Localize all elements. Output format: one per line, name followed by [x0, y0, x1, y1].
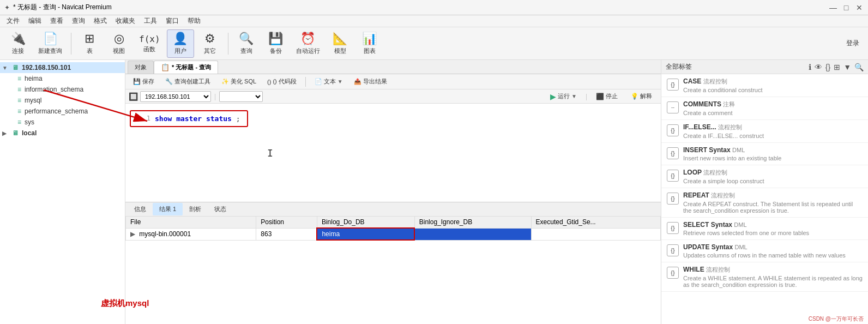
- tab-objects[interactable]: 对象: [128, 61, 154, 74]
- snippet-while-title: WHILE: [683, 266, 706, 273]
- snippet-comments-desc: Create a comment: [683, 110, 863, 116]
- code-segment-button[interactable]: () () 代码段: [263, 76, 301, 87]
- tab-result1[interactable]: 结果 1: [153, 203, 183, 215]
- explain-icon: 💡: [631, 93, 638, 100]
- toolbar-model[interactable]: 📐 模型: [327, 29, 354, 58]
- connection-bar: 🔲 192.168.150.101 | ▶ 运行 ▼ | ⬛ 停止: [125, 89, 661, 104]
- snippet-insert[interactable]: {} INSERT Syntax DML Insert new rows int…: [661, 143, 868, 165]
- remote-connection-label: 192.168.150.101: [22, 64, 71, 71]
- database-select[interactable]: [219, 91, 263, 102]
- menu-edit[interactable]: 编辑: [24, 15, 46, 27]
- snippet-insert-icon: {}: [667, 147, 679, 159]
- tab-info[interactable]: 信息: [128, 203, 153, 215]
- sidebar-connection-local[interactable]: ▶ 🖥 local: [0, 128, 125, 139]
- snippet-repeat-title: REPEAT: [683, 191, 711, 199]
- toolbar-user[interactable]: 👤 用户: [167, 29, 194, 58]
- menu-help[interactable]: 帮助: [183, 15, 205, 27]
- query-create-tool-button[interactable]: 🔧 查询创建工具: [161, 76, 215, 87]
- app-icon: ✦: [4, 4, 10, 11]
- snippet-if-else[interactable]: {} IF...ELSE... 流程控制 Create a IF...ELSE.…: [661, 120, 868, 143]
- sidebar-db-mysql-label: mysql: [25, 97, 41, 104]
- snippet-select-desc: Retrieve rows selected from one or more …: [683, 230, 863, 236]
- toolbar-other-label: 其它: [204, 47, 216, 55]
- snippet-while-icon: {}: [667, 267, 679, 279]
- toolbar-new-query[interactable]: 📄 新建查询: [34, 29, 67, 58]
- dropdown-icon[interactable]: ▼: [843, 63, 851, 71]
- maximize-btn[interactable]: □: [842, 3, 851, 12]
- connection-select[interactable]: 192.168.150.101: [140, 91, 211, 102]
- menu-favorites[interactable]: 收藏夹: [111, 15, 140, 27]
- tab-query[interactable]: 📋 * 无标题 - 查询: [154, 61, 218, 74]
- stop-button[interactable]: ⬛ 停止: [590, 91, 623, 101]
- toolbar-autorun[interactable]: ⏰ 自动运行: [292, 29, 324, 58]
- grid-icon[interactable]: ⊞: [834, 63, 840, 71]
- menu-window[interactable]: 窗口: [161, 15, 183, 27]
- text-button[interactable]: 📄 文本 ▼: [310, 76, 347, 87]
- login-btn[interactable]: 登录: [842, 37, 864, 50]
- menu-bar: 文件 编辑 查看 查询 格式 收藏夹 工具 窗口 帮助: [0, 15, 868, 27]
- toolbar-other[interactable]: ⚙ 其它: [196, 29, 224, 58]
- table-icon: ⊞: [85, 32, 94, 46]
- close-btn[interactable]: ✕: [855, 3, 864, 12]
- toolbar-chart[interactable]: 📊 图表: [356, 29, 383, 58]
- snippet-while[interactable]: {} WHILE 流程控制 Create a WHILE statement. …: [661, 262, 868, 292]
- menu-tools[interactable]: 工具: [140, 15, 161, 27]
- toolbar-function[interactable]: f(x) 函数: [135, 29, 165, 58]
- snippet-loop-icon: {}: [667, 170, 679, 182]
- braces-icon[interactable]: {}: [825, 63, 830, 71]
- snippet-while-tag: 流程控制: [706, 266, 730, 273]
- connect-icon: 🔌: [11, 32, 26, 46]
- toolbar-connect[interactable]: 🔌 连接: [4, 29, 32, 58]
- view-icon: ◎: [114, 32, 124, 46]
- toolbar-chart-label: 图表: [364, 47, 376, 55]
- minimize-btn[interactable]: —: [829, 3, 837, 12]
- save-button[interactable]: 💾 保存: [129, 76, 159, 87]
- autorun-icon: ⏰: [300, 32, 315, 46]
- col-position: Position: [256, 217, 317, 229]
- info-icon[interactable]: ℹ: [809, 63, 811, 71]
- toolbar-query[interactable]: 🔍 查询: [233, 29, 260, 58]
- col-binlog-do-db: Binlog_Do_DB: [317, 217, 414, 229]
- menu-format[interactable]: 格式: [89, 15, 111, 27]
- toolbar-view[interactable]: ◎ 视图: [105, 29, 132, 58]
- snippet-repeat-icon: {}: [667, 193, 679, 205]
- cursor: I: [267, 147, 273, 159]
- col-file: File: [126, 217, 256, 229]
- stop-icon: ⬛: [596, 93, 604, 100]
- main-toolbar: 🔌 连接 📄 新建查询 ⊞ 表 ◎ 视图 f(x) 函数 👤 用户 ⚙ 其它: [0, 27, 868, 60]
- menu-query[interactable]: 查询: [68, 15, 89, 27]
- sidebar-connection-remote[interactable]: ▼ 🖥 192.168.150.101: [0, 62, 125, 73]
- snippet-comments[interactable]: -- COMMENTS 注释 Create a comment: [661, 97, 868, 120]
- snippet-insert-tag: DML: [732, 147, 745, 153]
- toolbar-autorun-label: 自动运行: [296, 47, 320, 55]
- toolbar-backup[interactable]: 💾 备份: [262, 29, 290, 58]
- content-area: 对象 📋 * 无标题 - 查询 💾 保存 🔧 查询创建工具 ✨: [125, 60, 661, 324]
- export-button[interactable]: 📤 导出结果: [349, 76, 391, 87]
- sidebar-db-performance-schema[interactable]: ≡ performance_schema: [0, 106, 125, 117]
- explain-button[interactable]: 💡 解释: [625, 91, 658, 101]
- tab-profile[interactable]: 剖析: [183, 203, 208, 215]
- query-editor[interactable]: 1 show master status ; I: [125, 104, 661, 202]
- eye-icon[interactable]: 👁: [815, 63, 822, 71]
- toolbar-new-query-label: 新建查询: [38, 47, 62, 55]
- menu-file[interactable]: 文件: [2, 15, 24, 27]
- cell-binlog-do-db[interactable]: heima: [317, 228, 414, 240]
- toolbar-table[interactable]: ⊞ 表: [76, 29, 103, 58]
- sidebar-db-sys[interactable]: ≡ sys: [0, 117, 125, 128]
- toolbar-user-label: 用户: [174, 47, 186, 55]
- beautify-sql-button[interactable]: ✨ 美化 SQL: [217, 76, 261, 87]
- cell-position: 863: [256, 228, 317, 240]
- search-icon[interactable]: 🔍: [854, 63, 864, 71]
- run-button[interactable]: ▶ 运行 ▼: [545, 91, 582, 102]
- sidebar-db-information-schema[interactable]: ≡ information_schema: [0, 84, 125, 95]
- snippet-loop[interactable]: {} LOOP 流程控制 Create a simple loop constr…: [661, 165, 868, 188]
- snippet-while-desc: Create a WHILE statement. A WHILE statem…: [683, 275, 863, 288]
- snippet-update[interactable]: {} UPDATE Syntax DML Updates columns of …: [661, 240, 868, 262]
- snippet-case[interactable]: {} CASE 流程控制 Create a conditional constr…: [661, 74, 868, 97]
- snippet-select[interactable]: {} SELECT Syntax DML Retrieve rows selec…: [661, 218, 868, 240]
- sidebar-db-heima[interactable]: ≡ heima: [0, 73, 125, 84]
- tab-status[interactable]: 状态: [208, 203, 233, 215]
- menu-view[interactable]: 查看: [46, 15, 68, 27]
- snippet-repeat[interactable]: {} REPEAT 流程控制 Create A REPEAT construct…: [661, 188, 868, 218]
- sidebar-db-mysql[interactable]: ≡ mysql: [0, 95, 125, 106]
